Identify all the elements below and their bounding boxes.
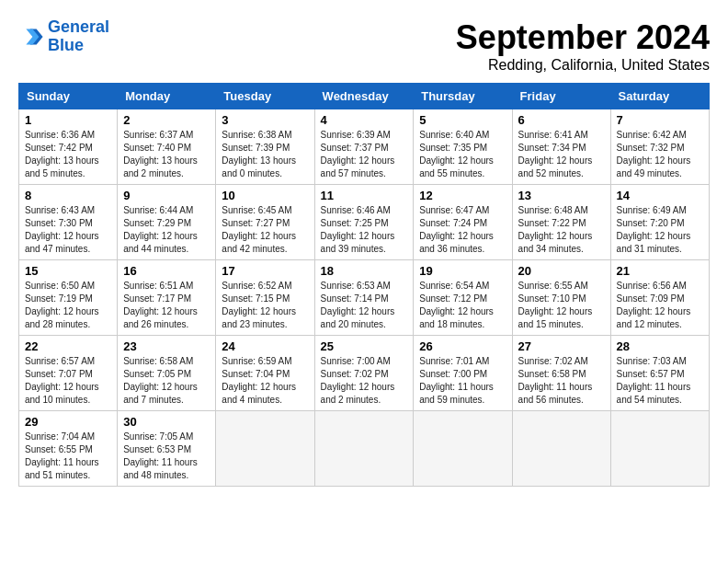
day-number: 8 bbox=[25, 189, 111, 202]
calendar-day-15: 15 Sunrise: 6:50 AMSunset: 7:19 PMDaylig… bbox=[19, 260, 118, 336]
day-info: Sunrise: 7:03 AMSunset: 6:57 PMDaylight:… bbox=[617, 356, 691, 405]
day-info: Sunrise: 6:46 AMSunset: 7:25 PMDaylight:… bbox=[321, 205, 395, 254]
day-info: Sunrise: 7:04 AMSunset: 6:55 PMDaylight:… bbox=[25, 431, 99, 480]
weekday-header-tuesday: Tuesday bbox=[216, 84, 314, 109]
calendar-day-30: 30 Sunrise: 7:05 AMSunset: 6:53 PMDaylig… bbox=[118, 411, 216, 487]
month-title: September 2024 bbox=[456, 18, 710, 57]
weekday-header-friday: Friday bbox=[512, 84, 610, 109]
calendar-day-1: 1 Sunrise: 6:36 AMSunset: 7:42 PMDayligh… bbox=[19, 109, 118, 185]
day-info: Sunrise: 6:37 AMSunset: 7:40 PMDaylight:… bbox=[123, 130, 198, 178]
day-number: 15 bbox=[25, 264, 111, 278]
day-number: 16 bbox=[123, 264, 210, 278]
calendar-day-3: 3 Sunrise: 6:38 AMSunset: 7:39 PMDayligh… bbox=[216, 109, 314, 185]
calendar-week-3: 15 Sunrise: 6:50 AMSunset: 7:19 PMDaylig… bbox=[19, 260, 710, 336]
weekday-header-sunday: Sunday bbox=[19, 84, 118, 109]
day-info: Sunrise: 6:55 AMSunset: 7:10 PMDaylight:… bbox=[518, 281, 593, 329]
day-info: Sunrise: 6:49 AMSunset: 7:20 PMDaylight:… bbox=[617, 205, 691, 254]
weekday-header-wednesday: Wednesday bbox=[314, 84, 414, 109]
calendar-day-19: 19 Sunrise: 6:54 AMSunset: 7:12 PMDaylig… bbox=[414, 260, 512, 336]
calendar-day-empty bbox=[512, 411, 610, 487]
day-info: Sunrise: 6:44 AMSunset: 7:29 PMDaylight:… bbox=[123, 205, 198, 254]
calendar-day-4: 4 Sunrise: 6:39 AMSunset: 7:37 PMDayligh… bbox=[314, 109, 414, 185]
calendar-day-empty bbox=[314, 411, 414, 487]
calendar-day-16: 16 Sunrise: 6:51 AMSunset: 7:17 PMDaylig… bbox=[118, 260, 216, 336]
calendar-day-12: 12 Sunrise: 6:47 AMSunset: 7:24 PMDaylig… bbox=[414, 185, 512, 260]
day-number: 1 bbox=[25, 113, 111, 127]
day-number: 21 bbox=[617, 264, 703, 278]
calendar-day-21: 21 Sunrise: 6:56 AMSunset: 7:09 PMDaylig… bbox=[610, 260, 709, 336]
calendar-day-22: 22 Sunrise: 6:57 AMSunset: 7:07 PMDaylig… bbox=[19, 336, 118, 411]
day-number: 27 bbox=[518, 339, 605, 353]
day-info: Sunrise: 6:41 AMSunset: 7:34 PMDaylight:… bbox=[518, 130, 593, 178]
day-number: 7 bbox=[617, 113, 703, 127]
day-number: 23 bbox=[123, 339, 210, 353]
day-info: Sunrise: 6:43 AMSunset: 7:30 PMDaylight:… bbox=[25, 205, 99, 254]
calendar-container: General Blue September 2024 Redding, Cal… bbox=[18, 18, 710, 487]
day-info: Sunrise: 7:02 AMSunset: 6:58 PMDaylight:… bbox=[518, 356, 593, 405]
logo-icon bbox=[18, 24, 44, 50]
day-info: Sunrise: 7:00 AMSunset: 7:02 PMDaylight:… bbox=[321, 356, 395, 405]
day-info: Sunrise: 6:38 AMSunset: 7:39 PMDaylight:… bbox=[222, 130, 296, 178]
day-info: Sunrise: 7:05 AMSunset: 6:53 PMDaylight:… bbox=[123, 431, 198, 480]
day-number: 20 bbox=[518, 264, 605, 278]
weekday-header-saturday: Saturday bbox=[610, 84, 709, 109]
day-number: 19 bbox=[419, 264, 506, 278]
day-number: 6 bbox=[518, 113, 605, 127]
day-number: 14 bbox=[617, 189, 703, 202]
day-info: Sunrise: 6:42 AMSunset: 7:32 PMDaylight:… bbox=[617, 130, 691, 178]
header: General Blue September 2024 Redding, Cal… bbox=[18, 18, 710, 74]
day-info: Sunrise: 6:52 AMSunset: 7:15 PMDaylight:… bbox=[222, 281, 296, 329]
calendar-day-10: 10 Sunrise: 6:45 AMSunset: 7:27 PMDaylig… bbox=[216, 185, 314, 260]
day-number: 22 bbox=[25, 339, 111, 353]
day-info: Sunrise: 6:57 AMSunset: 7:07 PMDaylight:… bbox=[25, 356, 99, 405]
calendar-week-2: 8 Sunrise: 6:43 AMSunset: 7:30 PMDayligh… bbox=[19, 185, 710, 260]
calendar-day-17: 17 Sunrise: 6:52 AMSunset: 7:15 PMDaylig… bbox=[216, 260, 314, 336]
calendar-day-11: 11 Sunrise: 6:46 AMSunset: 7:25 PMDaylig… bbox=[314, 185, 414, 260]
calendar-day-20: 20 Sunrise: 6:55 AMSunset: 7:10 PMDaylig… bbox=[512, 260, 610, 336]
calendar-week-5: 29 Sunrise: 7:04 AMSunset: 6:55 PMDaylig… bbox=[19, 411, 710, 487]
calendar-day-7: 7 Sunrise: 6:42 AMSunset: 7:32 PMDayligh… bbox=[610, 109, 709, 185]
calendar-day-13: 13 Sunrise: 6:48 AMSunset: 7:22 PMDaylig… bbox=[512, 185, 610, 260]
day-info: Sunrise: 6:36 AMSunset: 7:42 PMDaylight:… bbox=[25, 130, 99, 178]
day-number: 26 bbox=[419, 339, 506, 353]
calendar-day-8: 8 Sunrise: 6:43 AMSunset: 7:30 PMDayligh… bbox=[19, 185, 118, 260]
day-info: Sunrise: 6:51 AMSunset: 7:17 PMDaylight:… bbox=[123, 281, 198, 329]
day-number: 13 bbox=[518, 189, 605, 202]
day-number: 5 bbox=[419, 113, 506, 127]
calendar-week-1: 1 Sunrise: 6:36 AMSunset: 7:42 PMDayligh… bbox=[19, 109, 710, 185]
day-number: 11 bbox=[321, 189, 408, 202]
day-info: Sunrise: 6:50 AMSunset: 7:19 PMDaylight:… bbox=[25, 281, 99, 329]
calendar-day-2: 2 Sunrise: 6:37 AMSunset: 7:40 PMDayligh… bbox=[118, 109, 216, 185]
day-info: Sunrise: 6:54 AMSunset: 7:12 PMDaylight:… bbox=[419, 281, 494, 329]
calendar-table: SundayMondayTuesdayWednesdayThursdayFrid… bbox=[18, 83, 710, 487]
calendar-day-28: 28 Sunrise: 7:03 AMSunset: 6:57 PMDaylig… bbox=[610, 336, 709, 411]
day-number: 3 bbox=[222, 113, 308, 127]
day-info: Sunrise: 6:56 AMSunset: 7:09 PMDaylight:… bbox=[617, 281, 691, 329]
day-info: Sunrise: 7:01 AMSunset: 7:00 PMDaylight:… bbox=[419, 356, 494, 405]
day-info: Sunrise: 6:59 AMSunset: 7:04 PMDaylight:… bbox=[222, 356, 296, 405]
day-info: Sunrise: 6:53 AMSunset: 7:14 PMDaylight:… bbox=[321, 281, 395, 329]
day-number: 30 bbox=[123, 415, 210, 429]
logo-text: General Blue bbox=[48, 18, 109, 55]
weekday-header-monday: Monday bbox=[118, 84, 216, 109]
calendar-day-23: 23 Sunrise: 6:58 AMSunset: 7:05 PMDaylig… bbox=[118, 336, 216, 411]
day-info: Sunrise: 6:47 AMSunset: 7:24 PMDaylight:… bbox=[419, 205, 494, 254]
day-info: Sunrise: 6:45 AMSunset: 7:27 PMDaylight:… bbox=[222, 205, 296, 254]
weekday-header-row: SundayMondayTuesdayWednesdayThursdayFrid… bbox=[19, 84, 710, 109]
day-info: Sunrise: 6:39 AMSunset: 7:37 PMDaylight:… bbox=[321, 130, 395, 178]
calendar-day-5: 5 Sunrise: 6:40 AMSunset: 7:35 PMDayligh… bbox=[414, 109, 512, 185]
day-info: Sunrise: 6:58 AMSunset: 7:05 PMDaylight:… bbox=[123, 356, 198, 405]
calendar-day-empty bbox=[414, 411, 512, 487]
day-number: 9 bbox=[123, 189, 210, 202]
calendar-day-9: 9 Sunrise: 6:44 AMSunset: 7:29 PMDayligh… bbox=[118, 185, 216, 260]
calendar-day-18: 18 Sunrise: 6:53 AMSunset: 7:14 PMDaylig… bbox=[314, 260, 414, 336]
day-number: 4 bbox=[321, 113, 408, 127]
day-number: 2 bbox=[123, 113, 210, 127]
calendar-day-29: 29 Sunrise: 7:04 AMSunset: 6:55 PMDaylig… bbox=[19, 411, 118, 487]
day-number: 12 bbox=[419, 189, 506, 202]
location-title: Redding, California, United States bbox=[456, 57, 710, 74]
day-number: 25 bbox=[321, 339, 408, 353]
day-number: 29 bbox=[25, 415, 111, 429]
calendar-day-empty bbox=[216, 411, 314, 487]
logo: General Blue bbox=[18, 18, 109, 55]
